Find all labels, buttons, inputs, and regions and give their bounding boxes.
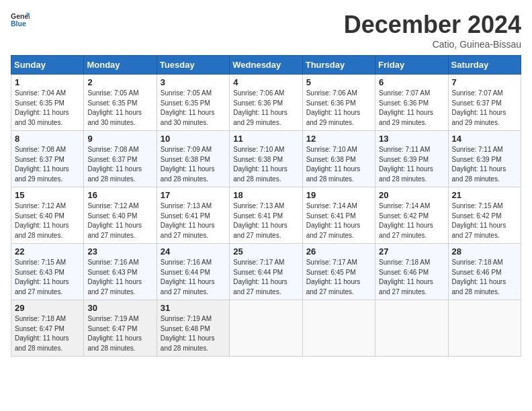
weekday-header-monday: Monday <box>84 56 157 75</box>
day-detail: Sunrise: 7:11 AM Sunset: 6:39 PM Dayligh… <box>452 145 517 184</box>
day-number: 24 <box>161 246 226 257</box>
month-title: December 2024 <box>344 11 521 39</box>
weekday-header-saturday: Saturday <box>448 56 521 75</box>
day-detail: Sunrise: 7:10 AM Sunset: 6:38 PM Dayligh… <box>233 145 298 184</box>
day-number: 16 <box>87 190 152 200</box>
day-detail: Sunrise: 7:18 AM Sunset: 6:47 PM Dayligh… <box>15 314 80 353</box>
calendar-cell: 24Sunrise: 7:16 AM Sunset: 6:44 PM Dayli… <box>157 244 229 300</box>
calendar-cell: 26Sunrise: 7:17 AM Sunset: 6:45 PM Dayli… <box>302 244 375 300</box>
calendar-cell: 4Sunrise: 7:06 AM Sunset: 6:36 PM Daylig… <box>230 75 302 131</box>
day-number: 13 <box>379 134 444 144</box>
day-number: 5 <box>306 77 371 87</box>
day-detail: Sunrise: 7:09 AM Sunset: 6:38 PM Dayligh… <box>161 145 226 184</box>
weekday-header-sunday: Sunday <box>11 56 84 75</box>
day-detail: Sunrise: 7:14 AM Sunset: 6:41 PM Dayligh… <box>306 201 371 240</box>
calendar-cell: 2Sunrise: 7:05 AM Sunset: 6:35 PM Daylig… <box>84 75 157 131</box>
logo: General Blue <box>11 11 30 30</box>
day-detail: Sunrise: 7:13 AM Sunset: 6:41 PM Dayligh… <box>233 201 298 240</box>
day-detail: Sunrise: 7:11 AM Sunset: 6:39 PM Dayligh… <box>379 145 444 184</box>
day-number: 9 <box>87 134 152 144</box>
calendar-cell: 23Sunrise: 7:16 AM Sunset: 6:43 PM Dayli… <box>84 244 157 300</box>
day-number: 26 <box>306 246 371 257</box>
day-detail: Sunrise: 7:17 AM Sunset: 6:45 PM Dayligh… <box>306 258 371 297</box>
day-number: 2 <box>87 77 152 87</box>
day-number: 30 <box>87 303 152 313</box>
day-number: 27 <box>379 246 444 257</box>
day-detail: Sunrise: 7:16 AM Sunset: 6:43 PM Dayligh… <box>87 258 152 297</box>
day-detail: Sunrise: 7:08 AM Sunset: 6:37 PM Dayligh… <box>87 145 152 184</box>
day-number: 11 <box>233 134 298 144</box>
calendar-cell: 11Sunrise: 7:10 AM Sunset: 6:38 PM Dayli… <box>230 131 302 187</box>
page-header: General Blue December 2024 Catio, Guinea… <box>11 11 521 50</box>
calendar-cell: 17Sunrise: 7:13 AM Sunset: 6:41 PM Dayli… <box>157 187 229 244</box>
calendar-cell: 6Sunrise: 7:07 AM Sunset: 6:36 PM Daylig… <box>375 75 448 131</box>
day-detail: Sunrise: 7:05 AM Sunset: 6:35 PM Dayligh… <box>87 89 152 128</box>
calendar-cell <box>448 300 521 357</box>
calendar-cell: 18Sunrise: 7:13 AM Sunset: 6:41 PM Dayli… <box>230 187 302 244</box>
calendar-cell: 19Sunrise: 7:14 AM Sunset: 6:41 PM Dayli… <box>302 187 375 244</box>
calendar-week-row: 29Sunrise: 7:18 AM Sunset: 6:47 PM Dayli… <box>11 300 521 357</box>
day-number: 20 <box>379 190 444 200</box>
day-number: 17 <box>161 190 226 200</box>
calendar-cell: 16Sunrise: 7:12 AM Sunset: 6:40 PM Dayli… <box>84 187 157 244</box>
day-number: 31 <box>161 303 226 313</box>
day-number: 1 <box>15 77 80 87</box>
day-detail: Sunrise: 7:13 AM Sunset: 6:41 PM Dayligh… <box>161 201 226 240</box>
calendar-cell: 28Sunrise: 7:18 AM Sunset: 6:46 PM Dayli… <box>448 244 521 300</box>
day-detail: Sunrise: 7:19 AM Sunset: 6:47 PM Dayligh… <box>87 314 152 353</box>
day-number: 21 <box>452 190 517 200</box>
calendar-cell: 3Sunrise: 7:05 AM Sunset: 6:35 PM Daylig… <box>157 75 229 131</box>
day-number: 29 <box>15 303 80 313</box>
day-detail: Sunrise: 7:04 AM Sunset: 6:35 PM Dayligh… <box>15 89 80 128</box>
calendar-cell: 20Sunrise: 7:14 AM Sunset: 6:42 PM Dayli… <box>375 187 448 244</box>
day-number: 28 <box>452 246 517 257</box>
calendar-week-row: 1Sunrise: 7:04 AM Sunset: 6:35 PM Daylig… <box>11 75 521 131</box>
day-detail: Sunrise: 7:12 AM Sunset: 6:40 PM Dayligh… <box>15 201 80 240</box>
day-detail: Sunrise: 7:15 AM Sunset: 6:43 PM Dayligh… <box>15 258 80 297</box>
calendar-week-row: 22Sunrise: 7:15 AM Sunset: 6:43 PM Dayli… <box>11 244 521 300</box>
day-detail: Sunrise: 7:17 AM Sunset: 6:44 PM Dayligh… <box>233 258 298 297</box>
day-number: 22 <box>15 246 80 257</box>
weekday-header-tuesday: Tuesday <box>157 56 229 75</box>
day-detail: Sunrise: 7:10 AM Sunset: 6:38 PM Dayligh… <box>306 145 371 184</box>
calendar-cell: 1Sunrise: 7:04 AM Sunset: 6:35 PM Daylig… <box>11 75 84 131</box>
day-number: 12 <box>306 134 371 144</box>
title-block: December 2024 Catio, Guinea-Bissau <box>344 11 521 50</box>
calendar-cell: 29Sunrise: 7:18 AM Sunset: 6:47 PM Dayli… <box>11 300 84 357</box>
weekday-header-wednesday: Wednesday <box>230 56 302 75</box>
day-detail: Sunrise: 7:16 AM Sunset: 6:44 PM Dayligh… <box>161 258 226 297</box>
day-number: 7 <box>452 77 517 87</box>
day-detail: Sunrise: 7:12 AM Sunset: 6:40 PM Dayligh… <box>87 201 152 240</box>
calendar-cell <box>302 300 375 357</box>
calendar-cell: 21Sunrise: 7:15 AM Sunset: 6:42 PM Dayli… <box>448 187 521 244</box>
day-detail: Sunrise: 7:07 AM Sunset: 6:37 PM Dayligh… <box>452 89 517 128</box>
day-detail: Sunrise: 7:19 AM Sunset: 6:48 PM Dayligh… <box>161 314 226 353</box>
calendar-cell: 9Sunrise: 7:08 AM Sunset: 6:37 PM Daylig… <box>84 131 157 187</box>
calendar-cell: 5Sunrise: 7:06 AM Sunset: 6:36 PM Daylig… <box>302 75 375 131</box>
day-number: 10 <box>161 134 226 144</box>
calendar-cell: 8Sunrise: 7:08 AM Sunset: 6:37 PM Daylig… <box>11 131 84 187</box>
day-detail: Sunrise: 7:08 AM Sunset: 6:37 PM Dayligh… <box>15 145 80 184</box>
weekday-header-thursday: Thursday <box>302 56 375 75</box>
location-title: Catio, Guinea-Bissau <box>344 39 521 50</box>
calendar-cell: 15Sunrise: 7:12 AM Sunset: 6:40 PM Dayli… <box>11 187 84 244</box>
calendar-cell: 22Sunrise: 7:15 AM Sunset: 6:43 PM Dayli… <box>11 244 84 300</box>
calendar-cell: 31Sunrise: 7:19 AM Sunset: 6:48 PM Dayli… <box>157 300 229 357</box>
day-number: 25 <box>233 246 298 257</box>
calendar-week-row: 15Sunrise: 7:12 AM Sunset: 6:40 PM Dayli… <box>11 187 521 244</box>
day-number: 6 <box>379 77 444 87</box>
day-number: 4 <box>233 77 298 87</box>
calendar-cell: 27Sunrise: 7:18 AM Sunset: 6:46 PM Dayli… <box>375 244 448 300</box>
day-number: 8 <box>15 134 80 144</box>
calendar-table: SundayMondayTuesdayWednesdayThursdayFrid… <box>11 55 521 357</box>
calendar-cell: 25Sunrise: 7:17 AM Sunset: 6:44 PM Dayli… <box>230 244 302 300</box>
calendar-cell: 7Sunrise: 7:07 AM Sunset: 6:37 PM Daylig… <box>448 75 521 131</box>
day-detail: Sunrise: 7:05 AM Sunset: 6:35 PM Dayligh… <box>161 89 226 128</box>
day-detail: Sunrise: 7:06 AM Sunset: 6:36 PM Dayligh… <box>306 89 371 128</box>
calendar-cell <box>230 300 302 357</box>
logo-icon: General Blue <box>11 11 30 30</box>
day-number: 14 <box>452 134 517 144</box>
calendar-cell: 10Sunrise: 7:09 AM Sunset: 6:38 PM Dayli… <box>157 131 229 187</box>
day-detail: Sunrise: 7:14 AM Sunset: 6:42 PM Dayligh… <box>379 201 444 240</box>
day-number: 15 <box>15 190 80 200</box>
